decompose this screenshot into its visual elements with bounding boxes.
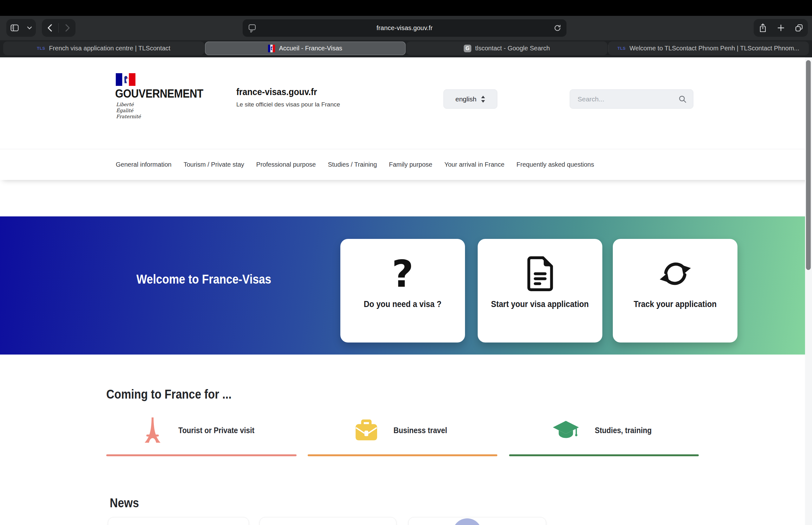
studies-training-item[interactable]: Studies, training (509, 415, 699, 446)
language-selected-value: english (455, 95, 477, 103)
forward-button[interactable] (61, 19, 74, 37)
site-navigation: General information Tourism / Private st… (0, 149, 812, 180)
tab-title: French visa application centre | TLScont… (49, 45, 170, 52)
sidebar-icon (11, 25, 19, 31)
history-nav-group (42, 19, 75, 37)
item-label: Tourist or Private visit (178, 425, 255, 435)
nav-tourism-private-stay[interactable]: Tourism / Private stay (184, 161, 244, 168)
news-heading: News (110, 496, 139, 510)
browser-toolbar: france-visas.gouv.fr (0, 16, 812, 40)
search-icon[interactable] (679, 95, 687, 103)
hero-title: Welcome to France-Visas (136, 272, 271, 286)
nav-faq[interactable]: Frequently asked questions (517, 161, 594, 168)
chevron-down-icon (27, 26, 32, 29)
nav-family-purpose[interactable]: Family purpose (389, 161, 432, 168)
gouvernement-wordmark: GOUVERNEMENT (115, 87, 203, 101)
divider (58, 23, 59, 33)
google-favicon: G (464, 45, 472, 52)
item-label: Business travel (393, 425, 447, 435)
chevron-left-icon (47, 24, 52, 32)
tab-tlscontact-centre[interactable]: TLS French visa application centre | TLS… (3, 42, 204, 55)
news-card[interactable] (259, 517, 396, 525)
sidebar-button-group (6, 19, 36, 37)
card-label: Track your application (634, 299, 717, 309)
eiffel-tower-icon (143, 415, 162, 446)
question-mark-icon: ? (392, 239, 413, 299)
document-icon (525, 239, 555, 299)
select-arrows-icon (481, 96, 485, 103)
tab-title: Accueil - France-Visas (279, 45, 342, 52)
chevron-right-icon (66, 24, 70, 32)
card-label: Do you need a visa ? (364, 299, 441, 309)
nav-your-arrival-in-france[interactable]: Your arrival in France (444, 161, 504, 168)
nav-studies-training[interactable]: Studies / Training (328, 161, 377, 168)
tab-tlscontact-phnom-penh[interactable]: TLS Welcome to TLScontact Phnom Penh | T… (608, 42, 809, 55)
tab-google-search[interactable]: G tlscontact - Google Search (406, 42, 607, 55)
tab-title: tlscontact - Google Search (475, 45, 550, 52)
nav-general-information[interactable]: General information (116, 161, 172, 168)
french-flag-logo (116, 73, 135, 86)
site-search (570, 89, 693, 109)
business-accent-underline (308, 454, 497, 456)
scrollbar-thumb[interactable] (806, 60, 811, 270)
page-content: GOUVERNEMENT Liberté Égalité Fraternité … (0, 57, 812, 525)
sidebar-menu-button[interactable] (25, 19, 34, 37)
menubar-strip (0, 0, 812, 16)
plus-icon (777, 24, 785, 32)
search-input[interactable] (570, 95, 679, 103)
hero-banner: Welcome to France-Visas ? Do you need a … (0, 216, 812, 355)
tab-france-visas-active[interactable]: Accueil - France-Visas (205, 42, 406, 55)
safari-window: france-visas.gouv.fr (0, 0, 812, 525)
url-text: france-visas.gouv.fr (243, 25, 566, 32)
site-subtitle: Le site officiel des visas pour la Franc… (236, 101, 340, 108)
marianne-flag-favicon (268, 45, 275, 52)
briefcase-icon (354, 418, 378, 442)
motto-line: Liberté (116, 102, 141, 108)
nav-professional-purpose[interactable]: Professional purpose (256, 161, 316, 168)
studies-accent-underline (509, 454, 699, 456)
tabs-overview-icon (795, 24, 803, 32)
back-button[interactable] (43, 19, 57, 37)
sync-arrows-icon (656, 239, 695, 299)
track-application-card[interactable]: Track your application (613, 239, 738, 343)
share-icon (759, 24, 767, 32)
share-button[interactable] (756, 19, 770, 37)
business-travel-item[interactable]: Business travel (308, 415, 497, 446)
do-you-need-a-visa-card[interactable]: ? Do you need a visa ? (340, 239, 465, 343)
page-settings-icon[interactable] (248, 24, 256, 32)
item-label: Studies, training (595, 425, 652, 435)
tls-favicon: TLS (37, 46, 45, 51)
new-tab-button[interactable] (774, 19, 788, 37)
tab-title: Welcome to TLScontact Phnom Penh | TLSco… (629, 45, 799, 52)
tourist-private-visit-item[interactable]: Tourist or Private visit (106, 415, 296, 446)
reload-icon[interactable] (554, 25, 562, 32)
tourist-accent-underline (106, 454, 296, 456)
start-visa-application-card[interactable]: Start your visa application (478, 239, 602, 343)
toolbar-actions-group (754, 19, 808, 37)
address-bar[interactable]: france-visas.gouv.fr (243, 19, 566, 37)
news-card[interactable] (408, 517, 546, 525)
card-label: Start your visa application (491, 299, 589, 309)
tab-bar: TLS French visa application centre | TLS… (0, 40, 812, 57)
site-title: france-visas.gouv.fr (236, 87, 317, 97)
language-select[interactable]: english (444, 89, 497, 109)
news-card[interactable] (108, 517, 249, 525)
tab-overview-button[interactable] (792, 19, 806, 37)
news-illustration-circle (453, 518, 482, 525)
graduation-cap-icon (552, 420, 580, 441)
coming-to-france-heading: Coming to France for ... (106, 387, 232, 402)
motto-line: Fraternité (116, 114, 141, 120)
gouvernement-motto: Liberté Égalité Fraternité (116, 102, 141, 120)
tls-favicon: TLS (617, 46, 625, 51)
motto-line: Égalité (116, 108, 141, 114)
sidebar-toggle-button[interactable] (8, 19, 21, 37)
scrollbar-track[interactable] (805, 57, 812, 525)
